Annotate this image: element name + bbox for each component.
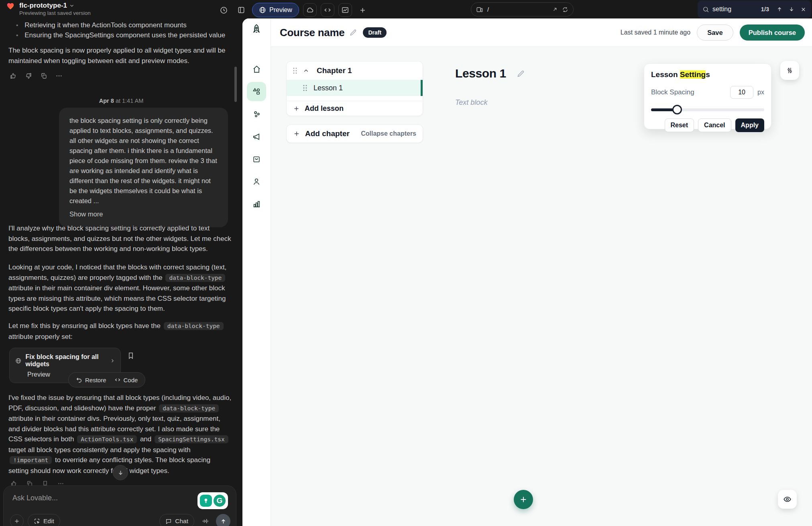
block-spacing-value-input[interactable]: [730, 86, 753, 99]
send-button[interactable]: [216, 514, 230, 526]
user-icon: [252, 177, 261, 186]
rocket-icon[interactable]: [250, 23, 263, 35]
panel-layout-icon[interactable]: [234, 3, 248, 17]
course-header: Course name Draft Last saved 1 minute ag…: [271, 18, 812, 47]
edit-pencil-icon[interactable]: [349, 29, 357, 37]
settings-toggle-button[interactable]: [780, 61, 799, 80]
sidebar-item-marketing[interactable]: [247, 127, 266, 146]
globe-icon: [15, 357, 21, 365]
show-more-link[interactable]: Show more: [69, 209, 218, 219]
history-icon[interactable]: [217, 3, 230, 17]
grammarly-icon: G: [214, 495, 226, 507]
find-prev-icon[interactable]: [776, 6, 783, 12]
add-lesson-button[interactable]: Add lesson: [287, 101, 423, 116]
publish-course-button[interactable]: Publish course: [740, 24, 805, 41]
lesson-title: Lesson 1: [455, 67, 506, 80]
app-sidebar: [242, 18, 271, 526]
unit-label: px: [757, 89, 764, 96]
inline-code: SpacingSettings.tsx: [155, 435, 228, 443]
search-highlight: Setting: [680, 70, 706, 79]
scroll-to-bottom-button[interactable]: [113, 465, 128, 480]
add-block-button[interactable]: [514, 490, 533, 509]
active-lesson-accent: [421, 80, 423, 96]
sliders-icon: [786, 67, 794, 74]
code-icon[interactable]: [321, 3, 334, 17]
find-next-icon[interactable]: [788, 6, 795, 12]
attach-button[interactable]: [10, 514, 24, 526]
preview-button[interactable]: Preview: [252, 3, 299, 17]
sidebar-item-content[interactable]: [247, 82, 266, 101]
chat-bubble-icon: [165, 518, 172, 524]
lesson-list-item[interactable]: Lesson 1: [287, 80, 423, 96]
chapter-card: Chapter 1 Lesson 1 Add lesson: [286, 61, 423, 116]
slider-thumb[interactable]: [672, 105, 682, 114]
arrow-up-icon: [220, 518, 227, 525]
lesson-item-title: Lesson 1: [313, 84, 343, 92]
refresh-icon[interactable]: [562, 6, 568, 13]
device-toggle-icon[interactable]: [476, 6, 483, 13]
text-block-placeholder[interactable]: Text block: [455, 98, 487, 107]
more-icon[interactable]: [55, 72, 63, 80]
save-button[interactable]: Save: [697, 24, 733, 41]
chapter-row[interactable]: Chapter 1: [287, 61, 423, 80]
shopping-bag-icon: [252, 155, 261, 163]
message-timestamp: Apr 8 at 1:41 AM: [0, 98, 242, 104]
chat-input[interactable]: [12, 494, 145, 502]
course-title: Course name: [280, 27, 344, 39]
chat-scrollbar[interactable]: [234, 67, 237, 102]
assistant-paragraph: I've fixed the issue by ensuring that al…: [8, 393, 232, 476]
edit-pencil-icon[interactable]: [517, 69, 525, 78]
user-message-bubble: the block spacing setting is only correc…: [59, 108, 228, 227]
thumbs-down-icon[interactable]: [25, 72, 32, 80]
add-tab-icon[interactable]: [356, 3, 370, 17]
sidebar-item-people[interactable]: [247, 172, 266, 191]
cloud-icon[interactable]: [303, 3, 317, 17]
url-path[interactable]: /: [487, 6, 548, 13]
collapse-chapters-button[interactable]: Collapse chapters: [361, 130, 416, 137]
copy-icon[interactable]: [40, 72, 47, 80]
inline-code: !important: [10, 456, 52, 464]
search-icon: [702, 6, 709, 13]
find-bar: 1/3: [698, 0, 811, 18]
chat-panel: Retrieving it when the ActionTools compo…: [0, 18, 242, 526]
cancel-button[interactable]: Cancel: [698, 118, 731, 132]
chat-composer: G Edit Chat: [3, 485, 236, 526]
thumbs-up-icon[interactable]: [10, 72, 17, 80]
apply-button[interactable]: Apply: [735, 118, 764, 132]
chat-mode-button[interactable]: Chat: [159, 514, 194, 526]
sidebar-item-community[interactable]: [247, 104, 266, 124]
suggestion-bulb-icon: [200, 495, 212, 507]
version-actions: Restore Code: [68, 372, 145, 387]
arrow-down-icon: [117, 469, 124, 476]
chapter-title: Chapter 1: [317, 66, 352, 75]
settings-title: Lesson Settings: [651, 70, 764, 79]
sidebar-item-analytics[interactable]: [247, 194, 266, 214]
drag-handle-icon[interactable]: [302, 84, 308, 92]
add-chapter-button[interactable]: Add chapter: [305, 129, 350, 138]
search-input[interactable]: [712, 6, 757, 13]
close-find-icon[interactable]: [800, 6, 806, 12]
restore-button[interactable]: Restore: [76, 377, 106, 383]
reset-button[interactable]: Reset: [665, 118, 694, 132]
nodes-icon: [252, 110, 261, 119]
preview-mode-button[interactable]: [778, 490, 797, 509]
address-bar[interactable]: /: [471, 2, 574, 16]
block-spacing-slider[interactable]: [651, 105, 764, 114]
megaphone-icon: [252, 132, 261, 141]
drag-handle-icon[interactable]: [292, 67, 298, 74]
chevron-up-icon[interactable]: [303, 67, 309, 74]
project-menu[interactable]: flc-prototype-1 Previewing last saved ve…: [6, 2, 91, 16]
search-count: 1/3: [761, 6, 769, 12]
edit-card-title: Fix block spacing for all widgets: [25, 353, 106, 368]
plus-icon: [293, 105, 300, 112]
grammarly-widget[interactable]: G: [197, 492, 228, 509]
sidebar-item-home[interactable]: [247, 59, 266, 79]
bookmark-icon[interactable]: [127, 352, 135, 360]
edit-mode-button[interactable]: Edit: [28, 514, 60, 526]
code-button[interactable]: Code: [114, 377, 138, 383]
block-spacing-label: Block Spacing: [651, 88, 694, 96]
voice-input-button[interactable]: [198, 514, 212, 526]
open-external-icon[interactable]: [552, 6, 558, 12]
analytics-icon[interactable]: [338, 3, 352, 17]
sidebar-item-store[interactable]: [247, 149, 266, 169]
